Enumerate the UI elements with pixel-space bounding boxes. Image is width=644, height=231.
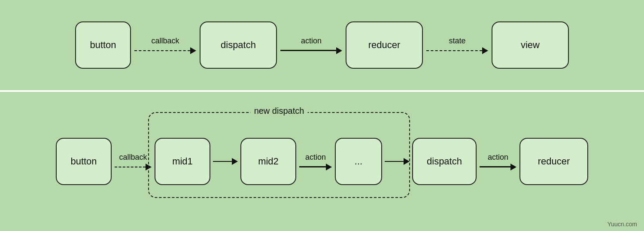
box-mid1: mid1: [155, 138, 210, 185]
arrow-label-state-top: state: [449, 36, 465, 46]
dashed-line-2: [426, 50, 482, 51]
watermark: Yuucn.com: [608, 221, 637, 228]
arrowhead-2: [336, 47, 342, 54]
solid-line-bottom-3: [385, 161, 404, 162]
arrow-label-action-bottom: action: [305, 153, 326, 162]
dashed-line-bottom-1: [115, 167, 146, 167]
arrow-callback-bottom: callback: [112, 153, 155, 170]
arrow-mid1-mid2: [210, 158, 240, 165]
top-inner: button callback dispatch action: [0, 21, 644, 69]
box-reducer-top: reducer: [346, 21, 423, 69]
arrowhead-bottom-2: [232, 158, 238, 165]
arrowhead-3: [482, 47, 488, 54]
arrow-state-top: state: [423, 36, 492, 54]
new-dispatch-group: new dispatch mid1 mid2: [155, 138, 477, 185]
arrow-callback-top: callback: [131, 36, 200, 54]
solid-arrow-top-1: [280, 47, 342, 54]
arrow-label-action-top: action: [301, 36, 322, 46]
arrowhead-1: [190, 47, 196, 54]
box-view-top: view: [492, 21, 569, 69]
box-mid2: mid2: [240, 138, 296, 185]
arrow-label-callback-top: callback: [151, 36, 179, 46]
dashed-line-1: [134, 50, 190, 51]
arrow-ellipsis-dispatch: [382, 158, 412, 165]
box-reducer-bottom: reducer: [519, 138, 588, 185]
box-button-bottom: button: [56, 138, 112, 185]
box-button-top: button: [75, 21, 131, 69]
diagram-container: button callback dispatch action: [0, 0, 644, 231]
top-diagram: button callback dispatch action: [0, 0, 644, 90]
arrowhead-bottom-3: [326, 164, 332, 170]
arrowhead-bottom-4: [404, 158, 410, 165]
solid-line-bottom-2: [299, 166, 326, 167]
arrow-action-bottom: action: [296, 153, 335, 170]
arrow-action-bottom-2: action: [477, 153, 519, 170]
solid-arrow-bottom-4: [480, 164, 516, 170]
arrow-label-action-bottom-2: action: [488, 153, 508, 162]
box-ellipsis: ...: [335, 138, 382, 185]
bottom-inner: button callback new dispatch mid1: [0, 138, 644, 185]
box-dispatch-top: dispatch: [200, 21, 277, 69]
solid-line-bottom-1: [213, 161, 232, 162]
box-dispatch-bottom: dispatch: [412, 138, 477, 185]
dashed-arrow-top-2: [426, 47, 488, 54]
solid-arrow-bottom-1: [213, 158, 238, 165]
solid-arrow-bottom-3: [385, 158, 410, 165]
solid-line-1: [280, 50, 336, 51]
solid-line-bottom-4: [480, 166, 510, 167]
solid-arrow-bottom-2: [299, 164, 332, 170]
arrowhead-bottom-1: [146, 164, 152, 170]
dashed-arrow-top-1: [134, 47, 196, 54]
bottom-diagram: button callback new dispatch mid1: [0, 92, 644, 231]
arrow-action-top: action: [277, 36, 346, 54]
arrow-label-callback-bottom: callback: [119, 153, 147, 162]
arrowhead-bottom-5: [510, 164, 516, 170]
dashed-arrow-bottom-1: [115, 164, 152, 170]
new-dispatch-label: new dispatch: [251, 106, 308, 116]
